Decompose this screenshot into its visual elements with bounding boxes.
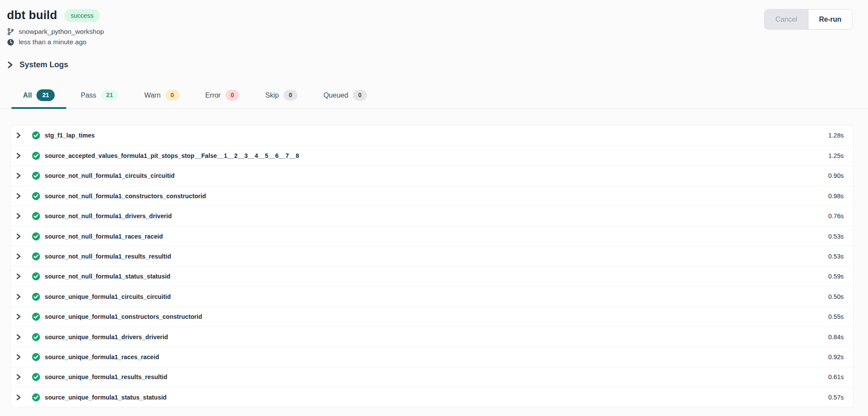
check-circle-icon (32, 393, 40, 402)
result-row[interactable]: source_not_null_formula1_circuits_circui… (10, 166, 853, 186)
result-name: source_not_null_formula1_races_raceid (45, 233, 163, 240)
result-row[interactable]: source_not_null_formula1_races_raceid 0.… (10, 226, 853, 246)
check-circle-icon (32, 333, 40, 341)
result-name: source_unique_formula1_circuits_circuiti… (45, 293, 171, 300)
tab-pass[interactable]: Pass 21 (69, 83, 130, 108)
result-duration: 0.92s (828, 354, 844, 360)
time-line: less than a minute ago (7, 37, 852, 47)
tab-count-badge: 0 (353, 90, 367, 101)
tab-skip[interactable]: Skip 0 (254, 83, 309, 108)
tabs: All 21 Pass 21 Warn 0 Error 0 Skip 0 Que… (0, 83, 868, 109)
result-name: source_not_null_formula1_drivers_driveri… (45, 213, 172, 219)
expand-chevron-icon[interactable] (15, 193, 22, 200)
tab-error[interactable]: Error 0 (194, 83, 251, 108)
expand-chevron-icon[interactable] (15, 233, 22, 240)
check-circle-icon (32, 252, 40, 261)
expand-chevron-icon[interactable] (15, 213, 22, 219)
result-duration: 0.57s (828, 394, 844, 401)
check-circle-icon (32, 353, 40, 361)
result-duration: 0.98s (828, 193, 844, 200)
result-row[interactable]: source_not_null_formula1_results_resulti… (10, 246, 853, 266)
expand-chevron-icon[interactable] (15, 334, 22, 341)
result-row[interactable]: source_accepted_values_formula1_pit_stop… (10, 145, 853, 165)
result-name: source_unique_formula1_drivers_driverid (45, 334, 168, 341)
result-name: source_unique_formula1_results_resultid (45, 373, 167, 380)
result-name: source_accepted_values_formula1_pit_stop… (45, 152, 299, 159)
result-duration: 0.53s (828, 233, 844, 240)
result-duration: 0.76s (828, 213, 844, 219)
expand-chevron-icon[interactable] (15, 354, 22, 360)
tab-count-badge: 21 (36, 89, 55, 101)
check-circle-icon (32, 312, 40, 321)
expand-chevron-icon[interactable] (15, 152, 22, 159)
tab-label: Pass (81, 92, 96, 99)
tab-label: All (23, 92, 32, 99)
result-row[interactable]: source_unique_formula1_constructors_cons… (10, 307, 853, 327)
result-row[interactable]: source_not_null_formula1_drivers_driveri… (10, 206, 853, 226)
git-branch-icon (7, 28, 14, 36)
result-name: source_unique_formula1_status_statusid (45, 394, 167, 401)
result-duration: 0.90s (828, 172, 844, 179)
result-duration: 0.55s (828, 313, 844, 320)
result-row[interactable]: source_unique_formula1_races_raceid 0.92… (10, 347, 853, 367)
tab-warn[interactable]: Warn 0 (132, 83, 191, 108)
tab-queued[interactable]: Queued 0 (312, 83, 379, 108)
result-row[interactable]: source_unique_formula1_status_statusid 0… (10, 387, 853, 407)
expand-chevron-icon[interactable] (15, 273, 22, 280)
check-circle-icon (32, 192, 40, 200)
run-header: dbt build success Cancel Re-run snowpark… (0, 0, 868, 47)
tab-all[interactable]: All 21 (11, 83, 66, 108)
result-duration: 0.61s (828, 373, 844, 380)
result-row[interactable]: source_unique_formula1_results_resultid … (10, 367, 853, 387)
result-name: stg_f1_lap_times (45, 132, 95, 139)
check-circle-icon (32, 171, 40, 180)
check-circle-icon (32, 131, 40, 140)
result-duration: 1.25s (828, 152, 844, 159)
result-duration: 0.59s (828, 273, 844, 280)
result-row[interactable]: source_unique_formula1_circuits_circuiti… (10, 286, 853, 306)
result-duration: 0.84s (828, 334, 844, 341)
result-duration: 0.50s (828, 293, 844, 300)
check-circle-icon (32, 212, 40, 220)
result-row[interactable]: source_not_null_formula1_status_statusid… (10, 266, 853, 286)
rerun-button[interactable]: Re-run (809, 10, 852, 29)
branch-line: snowpark_python_workshop (7, 26, 852, 37)
run-actions: Cancel Re-run (764, 9, 852, 29)
page-title: dbt build (7, 9, 57, 22)
branch-name: snowpark_python_workshop (19, 26, 104, 37)
result-name: source_not_null_formula1_status_statusid (45, 273, 171, 280)
time-ago: less than a minute ago (19, 37, 86, 47)
run-meta: snowpark_python_workshop less than a min… (7, 26, 852, 47)
check-circle-icon (32, 292, 40, 301)
cancel-button[interactable]: Cancel (765, 10, 809, 29)
result-row[interactable]: source_not_null_formula1_constructors_co… (10, 186, 853, 206)
result-duration: 0.53s (828, 253, 844, 260)
result-duration: 1.28s (828, 132, 844, 139)
result-row[interactable]: source_unique_formula1_drivers_driverid … (10, 327, 853, 347)
tab-label: Queued (323, 92, 348, 99)
tab-label: Warn (144, 92, 161, 99)
expand-chevron-icon[interactable] (15, 172, 22, 179)
check-circle-icon (32, 272, 40, 281)
expand-chevron-icon[interactable] (15, 313, 22, 320)
expand-chevron-icon[interactable] (15, 373, 22, 380)
clock-icon (7, 39, 14, 46)
result-name: source_unique_formula1_constructors_cons… (45, 313, 202, 320)
expand-chevron-icon[interactable] (15, 132, 22, 139)
check-circle-icon (32, 373, 40, 381)
result-name: source_not_null_formula1_results_resulti… (45, 253, 171, 260)
system-logs-toggle[interactable]: System Logs (7, 60, 68, 69)
check-circle-icon (32, 151, 40, 160)
expand-chevron-icon[interactable] (15, 394, 22, 401)
tab-count-badge: 0 (284, 90, 297, 101)
tab-count-badge: 21 (101, 90, 119, 101)
result-name: source_unique_formula1_races_raceid (45, 354, 159, 360)
result-row[interactable]: stg_f1_lap_times 1.28s (10, 125, 853, 145)
expand-chevron-icon[interactable] (15, 293, 22, 300)
expand-chevron-icon[interactable] (15, 253, 22, 260)
chevron-right-icon (7, 61, 13, 69)
tab-count-badge: 0 (225, 90, 239, 101)
check-circle-icon (32, 232, 40, 241)
tab-label: Skip (265, 92, 279, 99)
result-name: source_not_null_formula1_circuits_circui… (45, 172, 175, 179)
